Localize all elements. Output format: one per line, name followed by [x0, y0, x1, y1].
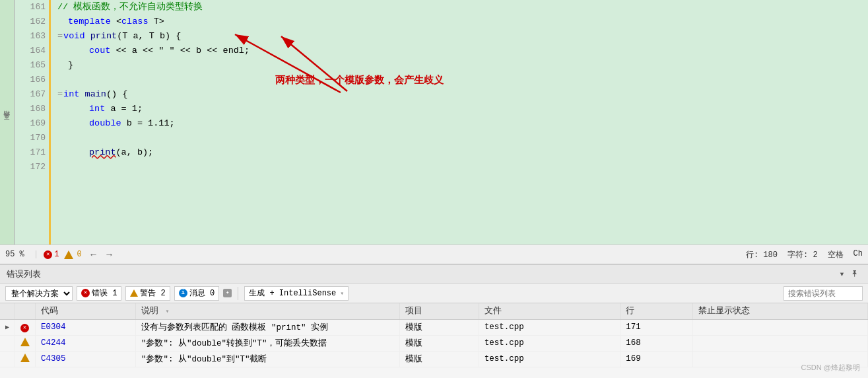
code-line-172: [57, 160, 861, 174]
row-line-1: 171: [620, 319, 693, 335]
code-line-170: [57, 131, 861, 145]
col-description[interactable]: 说明 ▾: [135, 303, 399, 319]
error-badge[interactable]: ✕ 错误 1: [77, 286, 121, 301]
error-panel: 错误列表 ▾ 🖈 整个解决方案 ✕ 错误 1 警告 2 i 消息 0 ✦ 生成 …: [0, 264, 868, 378]
status-right: 行: 180 字符: 2 空格 Ch: [746, 249, 863, 260]
row-icon-3: [15, 351, 36, 367]
row-desc-3: "参数": 从"double"到"T"截断: [135, 351, 399, 367]
col-suppress[interactable]: 禁止显示状态: [693, 303, 868, 319]
code-line-166: [57, 73, 861, 87]
info-badge-icon: i: [179, 289, 187, 297]
warning-count: 0: [64, 250, 81, 259]
space-info: 空格: [828, 249, 844, 260]
error-toolbar: 整个解决方案 ✕ 错误 1 警告 2 i 消息 0 ✦ 生成 + Intelli…: [0, 284, 868, 303]
panel-pin-button[interactable]: ▾ 🖈: [837, 268, 861, 280]
panel-controls: ▾ 🖈: [837, 268, 861, 280]
row-project-3: 模版: [399, 351, 479, 367]
line-info: 行: 180: [746, 249, 778, 260]
row-suppress-1: [693, 319, 868, 335]
table-row[interactable]: C4244 "参数": 从"double"转换到"T"，可能丢失数据 模版 te…: [0, 335, 868, 351]
code-line-167: =int main() {: [57, 87, 861, 102]
search-input[interactable]: [784, 286, 863, 301]
row-icon-2: [15, 335, 36, 351]
line-numbers: 161 162 163 164 165 166 167 168 169 170 …: [15, 0, 51, 245]
row-line-2: 168: [620, 335, 693, 351]
warning-triangle-icon: [64, 250, 73, 259]
warning-badge-icon: [130, 289, 138, 297]
nav-back-button[interactable]: ←: [87, 249, 100, 260]
row-expand-1[interactable]: ▶: [0, 319, 15, 335]
col-line[interactable]: 行: [620, 303, 693, 319]
code-line-163: =void print(T a, T b) {: [57, 29, 861, 44]
search-area: [784, 286, 863, 301]
char-info: 字符: 2: [787, 249, 818, 260]
left-sidebar: 工具箱: [0, 0, 15, 245]
watermark: CSDN @烽起黎明: [801, 363, 860, 373]
row-suppress-2: [693, 335, 868, 351]
error-badge-icon: ✕: [81, 289, 90, 297]
code-line-165: }: [57, 58, 861, 73]
error-table-container: 代码 说明 ▾ 项目 文件 行 禁止: [0, 303, 868, 367]
filter-icon: ✦: [223, 289, 232, 297]
row-file-1: test.cpp: [479, 319, 620, 335]
code-line-169: double b = 1.11;: [57, 116, 861, 131]
zoom-level: 95 %: [5, 250, 28, 259]
code-content[interactable]: // 模板函数，不允许自动类型转换 template <class T> =vo…: [51, 0, 868, 245]
intellisense-filter[interactable]: 生成 + IntelliSense ▾: [244, 286, 349, 301]
row-code-3[interactable]: C4305: [36, 351, 136, 367]
col-expand: [0, 303, 15, 319]
dropdown-arrow-icon: ▾: [340, 289, 344, 297]
sidebar-label: 工具箱: [3, 121, 12, 125]
row-desc-1: 没有与参数列表匹配的 函数模板 "print" 实例: [135, 319, 399, 335]
warning-badge[interactable]: 警告 2: [125, 286, 170, 301]
code-line-164: cout << a << " " << b << endl;: [57, 44, 861, 58]
error-icon: ✕: [44, 250, 52, 259]
code-line-161: // 模板函数，不允许自动类型转换: [57, 0, 861, 15]
row-project-2: 模版: [399, 335, 479, 351]
row-expand-2: [0, 335, 15, 351]
editor-area: 工具箱 161 162 163 164 165 166 167 168 169 …: [0, 0, 868, 245]
row-desc-2: "参数": 从"double"转换到"T"，可能丢失数据: [135, 335, 399, 351]
table-row[interactable]: C4305 "参数": 从"double"到"T"截断 模版 test.cpp …: [0, 351, 868, 367]
row-file-3: test.cpp: [479, 351, 620, 367]
error-panel-header: 错误列表 ▾ 🖈: [0, 265, 868, 284]
navigation-buttons: ← →: [87, 249, 116, 260]
col-project[interactable]: 项目: [399, 303, 479, 319]
row-code-1[interactable]: E0304: [36, 319, 136, 335]
row-file-2: test.cpp: [479, 335, 620, 351]
toolbar-divider: [238, 287, 238, 300]
sort-arrow-icon: ▾: [165, 308, 169, 315]
nav-forward-button[interactable]: →: [103, 249, 116, 260]
info-badge[interactable]: i 消息 0: [174, 286, 219, 301]
encoding-info: Ch: [853, 249, 863, 260]
error-row-icon: ✕: [20, 324, 29, 332]
code-line-171: print(a, b);: [57, 145, 861, 160]
row-icon-1: ✕: [15, 319, 36, 335]
filter-select[interactable]: 整个解决方案: [5, 286, 73, 301]
warning-row-icon: [20, 338, 30, 346]
table-row[interactable]: ▶ ✕ E0304 没有与参数列表匹配的 函数模板 "print" 实例 模版 …: [0, 319, 868, 335]
code-line-168: int a = 1;: [57, 102, 861, 116]
row-project-1: 模版: [399, 319, 479, 335]
status-bar: 95 % | ✕ 1 0 ← → 行: 180 字符: 2 空格 Ch: [0, 245, 868, 264]
col-icon: [15, 303, 36, 319]
col-file[interactable]: 文件: [479, 303, 620, 319]
code-line-162: template <class T>: [57, 15, 861, 29]
row-line-3: 169: [620, 351, 693, 367]
row-code-2[interactable]: C4244: [36, 335, 136, 351]
error-table: 代码 说明 ▾ 项目 文件 行 禁止: [0, 303, 868, 367]
col-code[interactable]: 代码: [36, 303, 136, 319]
error-count: ✕ 1: [44, 250, 59, 259]
row-expand-3: [0, 351, 15, 367]
error-panel-title: 错误列表: [7, 268, 41, 280]
warning-row-icon-2: [20, 354, 30, 362]
